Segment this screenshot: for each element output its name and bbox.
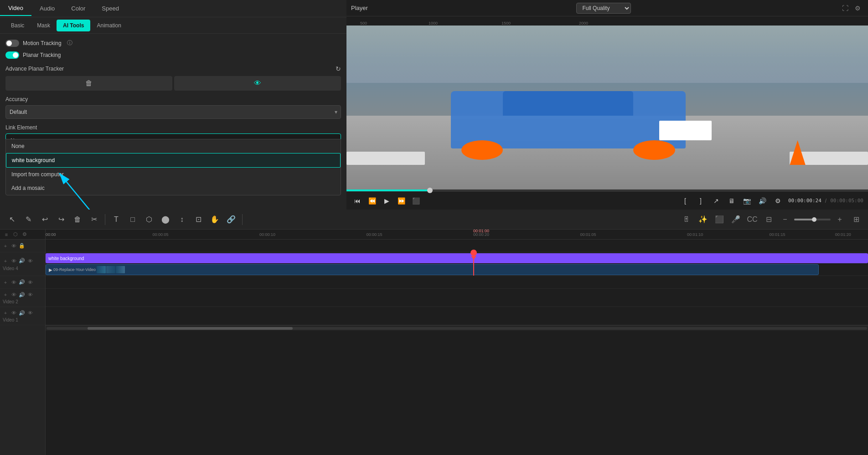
accuracy-select[interactable]: Default High Low — [5, 105, 341, 119]
subtab-mask[interactable]: Mask — [31, 20, 57, 31]
timeline-scrollbar[interactable] — [46, 325, 868, 331]
v1-audio-btn[interactable]: 🔊 — [18, 309, 26, 317]
tracker-action-buttons: 🗑 👁 — [5, 76, 341, 91]
delete-button[interactable]: 🗑 — [70, 212, 85, 227]
white-background-clip[interactable]: white background — [46, 253, 868, 263]
player-label: Player — [351, 5, 368, 11]
v4-add-btn[interactable]: + — [2, 257, 9, 265]
settings-icon[interactable]: ⚙ — [852, 3, 863, 14]
rect-tool-button[interactable]: □ — [125, 212, 140, 227]
track-lock-btn-1[interactable]: 🔒 — [18, 242, 26, 250]
rewind-button[interactable]: ⏮ — [351, 194, 364, 207]
select-tool-button[interactable]: ↖ — [5, 212, 19, 227]
track-add-btn-1[interactable]: + — [2, 242, 9, 250]
circle-tool-button[interactable]: ⬤ — [158, 212, 173, 227]
current-time-display: 00:00:00:24 — [788, 198, 822, 204]
audio-mix-button[interactable]: 🎚 — [679, 212, 694, 227]
dropdown-option-import[interactable]: Import from computer — [6, 168, 341, 181]
subtab-basic[interactable]: Basic — [5, 20, 31, 31]
link-element-section: Link Element None ▲ None white backgroun… — [5, 124, 341, 148]
track-eye-btn-1[interactable]: 👁 — [10, 242, 17, 250]
grid-view-button[interactable]: ⊞ — [849, 212, 863, 227]
volume-icon[interactable]: 🔊 — [756, 194, 769, 207]
advance-planar-tracker-label: Advance Planar Tracker — [5, 66, 64, 72]
bracket-right-icon[interactable]: ] — [694, 194, 707, 207]
v2-vis-btn[interactable]: 👁 — [26, 291, 34, 298]
play-button[interactable]: ▶ — [380, 194, 393, 207]
planar-tracking-toggle[interactable] — [5, 51, 19, 59]
progress-handle[interactable] — [427, 188, 433, 193]
v2-eye-btn[interactable]: 👁 — [10, 291, 17, 298]
forward-frame-button[interactable]: ⏩ — [395, 194, 408, 207]
v4-audio-btn[interactable]: 🔊 — [18, 257, 26, 265]
tab-speed[interactable]: Speed — [93, 1, 127, 15]
dropdown-option-mosaic[interactable]: Add a mosaic — [6, 181, 341, 195]
v1-add-btn[interactable]: + — [2, 309, 9, 317]
link-tool-button[interactable]: 🔗 — [224, 212, 238, 227]
v4-eye-btn[interactable]: 👁 — [10, 257, 17, 265]
subtab-ai-tools[interactable]: AI Tools — [57, 20, 90, 31]
refresh-icon[interactable]: ↻ — [336, 65, 341, 72]
motion-tracking-toggle[interactable] — [5, 40, 19, 47]
send-to-icon[interactable]: ↗ — [710, 194, 723, 207]
subtab-animation[interactable]: Animation — [90, 20, 127, 31]
back-frame-button[interactable]: ⏪ — [366, 194, 378, 207]
link-element-label: Link Element — [5, 124, 341, 131]
tab-color[interactable]: Color — [63, 1, 93, 15]
mid-audio-btn[interactable]: 🔊 — [18, 279, 26, 286]
redo-button[interactable]: ↪ — [54, 212, 68, 227]
shape-tool-button[interactable]: ⬡ — [142, 212, 156, 227]
type-tool-button[interactable]: T — [109, 212, 124, 227]
tab-video[interactable]: Video — [0, 1, 31, 16]
caption-button[interactable]: CC — [745, 212, 760, 227]
white-background-overlay — [659, 121, 711, 140]
transform-tool-button[interactable]: ↕ — [175, 212, 189, 227]
mic-button[interactable]: 🎤 — [728, 212, 743, 227]
stop-button[interactable]: ⬛ — [409, 194, 422, 207]
v1-eye-btn[interactable]: 👁 — [10, 309, 17, 317]
split-button[interactable]: ✂ — [87, 212, 101, 227]
eye-tracker-button[interactable]: 👁 — [174, 76, 341, 91]
dropdown-option-white-bg[interactable]: white background — [6, 153, 341, 168]
v1-vis-btn[interactable]: 👁 — [26, 309, 34, 317]
bracket-left-icon[interactable]: [ — [679, 194, 692, 207]
motion-tracking-label: Motion Tracking — [23, 40, 62, 46]
mid-add-btn[interactable]: + — [2, 279, 9, 286]
time-separator: / — [825, 198, 827, 204]
cog-track-button[interactable]: ⚙ — [21, 231, 28, 238]
advance-planar-tracker-header: Advance Planar Tracker ↻ — [5, 65, 341, 72]
fullscreen-icon[interactable]: ⛶ — [840, 3, 851, 14]
edit-tool-button[interactable]: ✎ — [21, 212, 36, 227]
magnet-button[interactable]: ⬡ — [12, 231, 19, 238]
delete-tracker-button[interactable]: 🗑 — [5, 76, 172, 91]
video2-label: Video 2 — [2, 299, 18, 304]
mid-eye-btn[interactable]: 👁 — [10, 279, 17, 286]
track-row-video4-controls: + 👁 🔊 👁 Video 4 — [0, 252, 45, 276]
settings2-icon[interactable]: ⚙ — [772, 194, 785, 207]
v2-audio-btn[interactable]: 🔊 — [18, 291, 26, 298]
camera-icon[interactable]: 📷 — [741, 194, 754, 207]
planar-tracking-row: Planar Tracking — [5, 51, 341, 59]
dropdown-option-none[interactable]: None — [6, 139, 341, 153]
add-track-button[interactable]: ≡ — [3, 231, 10, 238]
undo-button[interactable]: ↩ — [37, 212, 52, 227]
video1-label: Video 1 — [2, 317, 18, 322]
mid-vis-btn[interactable]: 👁 — [26, 279, 34, 286]
transition-button[interactable]: ⬛ — [712, 212, 727, 227]
track-row-video1: + 👁 🔊 👁 Video 1 — [0, 307, 45, 325]
monitor-icon[interactable]: 🖥 — [725, 194, 738, 207]
zoom-minus-button[interactable]: − — [778, 212, 792, 227]
tab-audio[interactable]: Audio — [31, 1, 63, 15]
video-clip[interactable]: ▶ 09-Replace-Your-Video — [46, 264, 819, 275]
track-row-clips: white background ▶ 09-Replace-Your-Video — [46, 252, 868, 276]
pan-tool-button[interactable]: ✋ — [207, 212, 222, 227]
progress-bar-fill — [346, 189, 430, 191]
quality-select[interactable]: Full Quality Half Quality Quarter Qualit… — [576, 3, 631, 14]
pip-button[interactable]: ⊟ — [761, 212, 776, 227]
progress-bar[interactable] — [346, 189, 868, 191]
v4-vis-btn[interactable]: 👁 — [26, 257, 34, 265]
fx-button[interactable]: ✨ — [696, 212, 710, 227]
zoom-plus-button[interactable]: + — [832, 212, 847, 227]
crop-tool-button[interactable]: ⊡ — [191, 212, 206, 227]
v2-add-btn[interactable]: + — [2, 291, 9, 298]
